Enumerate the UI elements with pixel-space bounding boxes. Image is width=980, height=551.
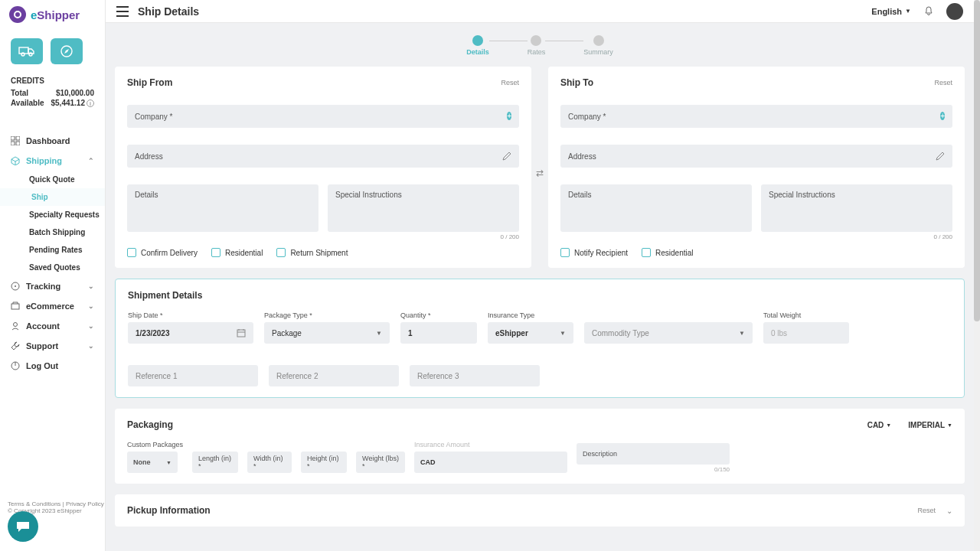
insurance-type-select[interactable]: eShipper▼ [488, 322, 573, 344]
reference-1-input[interactable]: Reference 1 [128, 365, 258, 386]
nav-shipping[interactable]: Shipping ⌃ [0, 151, 105, 171]
nav-support[interactable]: Support⌄ [0, 336, 105, 356]
pickup-reset[interactable]: Reset [917, 507, 936, 514]
ship-to-card: Ship To Reset Company * + Address Detail… [548, 67, 965, 268]
to-address-input[interactable]: Address [560, 145, 952, 168]
box-icon [11, 156, 20, 165]
to-instructions-textarea[interactable]: Special Instructions [761, 184, 952, 232]
height-input[interactable]: Height (in) * [301, 452, 347, 473]
compass-icon [60, 44, 74, 58]
edit-icon[interactable] [936, 152, 945, 161]
svg-rect-5 [16, 136, 20, 140]
step-rates[interactable]: Rates [528, 35, 546, 56]
language-selector[interactable]: English ▼ [871, 7, 911, 16]
chat-button[interactable] [8, 511, 38, 542]
ship-from-card: Ship From Reset Company * + Address Deta… [115, 67, 531, 268]
add-icon[interactable]: + [507, 112, 511, 120]
menu-toggle[interactable] [116, 6, 129, 17]
shipment-details-card: Shipment Details Ship Date * 1/23/2023 P… [115, 279, 965, 398]
page-title: Ship Details [138, 5, 199, 18]
weight-input[interactable]: Weight (lbs) * [356, 452, 405, 473]
reference-3-input[interactable]: Reference 3 [410, 365, 540, 386]
add-icon[interactable]: + [940, 112, 945, 120]
ship-date-label: Ship Date * [128, 311, 253, 319]
to-company-input[interactable]: Company * + [560, 105, 952, 128]
confirm-delivery-check[interactable]: Confirm Delivery [127, 248, 198, 257]
notify-recipient-check[interactable]: Notify Recipient [560, 248, 628, 257]
step-details[interactable]: Details [466, 35, 489, 56]
nav-tracking[interactable]: Tracking⌄ [0, 276, 105, 296]
quantity-input[interactable]: 1 [400, 322, 477, 344]
chevron-up-icon: ⌃ [88, 157, 94, 165]
truck-icon [18, 45, 35, 57]
info-icon[interactable]: i [87, 99, 94, 107]
from-address-input[interactable]: Address [127, 145, 519, 168]
from-char-count: 0 / 200 [127, 233, 519, 240]
nav-batch[interactable]: Batch Shipping [0, 223, 105, 241]
chevron-down-icon: ▼ [905, 8, 911, 15]
reference-2-input[interactable]: Reference 2 [269, 365, 399, 386]
length-input[interactable]: Length (in) * [192, 452, 238, 473]
terms-link[interactable]: Terms & Conditions [8, 500, 60, 507]
insurance-amount-input[interactable]: CAD [414, 452, 567, 473]
wrench-icon [11, 341, 20, 350]
svg-point-2 [29, 53, 32, 56]
edit-icon[interactable] [502, 152, 511, 161]
commodity-type-select[interactable]: Commodity Type▼ [584, 322, 753, 344]
bell-icon[interactable] [923, 6, 934, 17]
shipment-title: Shipment Details [128, 290, 952, 301]
width-input[interactable]: Width (in) * [247, 452, 292, 473]
svg-rect-14 [237, 330, 245, 337]
chevron-down-icon: ⌄ [88, 342, 94, 350]
stepper: Details Rates Summary [115, 35, 965, 56]
nav-saved[interactable]: Saved Quotes [0, 259, 105, 276]
ship-from-reset[interactable]: Reset [501, 79, 519, 86]
insurance-type-label: Insurance Type [488, 311, 573, 319]
packaging-title: Packaging [127, 419, 173, 430]
custom-packages-label: Custom Packages [127, 441, 183, 448]
ship-from-title: Ship From [127, 77, 172, 88]
cart-icon [11, 302, 20, 311]
compass-icon-card[interactable] [51, 38, 83, 64]
credits-total: Total$10,000.00 [0, 88, 105, 98]
nav-pending[interactable]: Pending Rates [0, 241, 105, 259]
nav-ecommerce[interactable]: eCommerce⌄ [0, 296, 105, 316]
svg-rect-7 [16, 142, 20, 145]
from-company-input[interactable]: Company * + [127, 105, 519, 128]
credits-heading: CREDITS [0, 77, 105, 88]
from-instructions-textarea[interactable]: Special Instructions [328, 184, 519, 232]
chat-icon [15, 520, 31, 533]
scrollbar[interactable] [974, 0, 980, 551]
nav-specialty[interactable]: Specialty Requests [0, 206, 105, 223]
ship-to-reset[interactable]: Reset [934, 79, 952, 86]
chevron-down-icon: ▼ [739, 330, 745, 337]
truck-icon-card[interactable] [11, 38, 43, 64]
to-details-textarea[interactable]: Details [560, 184, 752, 232]
nav-account[interactable]: Account⌄ [0, 316, 105, 336]
units-toggle[interactable]: IMPERIAL ▼ [908, 421, 952, 429]
return-shipment-check[interactable]: Return Shipment [276, 248, 348, 257]
avatar[interactable] [946, 3, 963, 20]
chevron-down-icon: ⌄ [88, 302, 94, 310]
svg-point-11 [14, 323, 18, 327]
custom-packages-select[interactable]: None▼ [127, 452, 178, 473]
description-input[interactable]: Description [577, 443, 730, 465]
to-char-count: 0 / 200 [560, 233, 952, 240]
privacy-link[interactable]: Privacy Policy [66, 500, 104, 507]
from-details-textarea[interactable]: Details [127, 184, 318, 232]
nav-logout[interactable]: Log Out [0, 356, 105, 376]
svg-rect-10 [11, 304, 19, 309]
currency-toggle[interactable]: CAD ▼ [867, 421, 892, 429]
ship-date-input[interactable]: 1/23/2023 [128, 322, 253, 344]
chevron-down-icon[interactable]: ⌄ [946, 507, 952, 515]
nav-quick-quote[interactable]: Quick Quote [0, 171, 105, 188]
step-summary[interactable]: Summary [583, 35, 613, 56]
nav-dashboard[interactable]: Dashboard [0, 131, 105, 151]
to-residential-check[interactable]: Residential [642, 248, 693, 257]
package-type-select[interactable]: Package▼ [264, 322, 390, 344]
logo[interactable]: eShipper [0, 6, 105, 31]
nav-ship[interactable]: Ship [0, 188, 105, 206]
from-residential-check[interactable]: Residential [211, 248, 263, 257]
desc-char-count: 0/150 [577, 466, 730, 473]
swap-addresses-button[interactable]: ⇄ [533, 166, 547, 180]
